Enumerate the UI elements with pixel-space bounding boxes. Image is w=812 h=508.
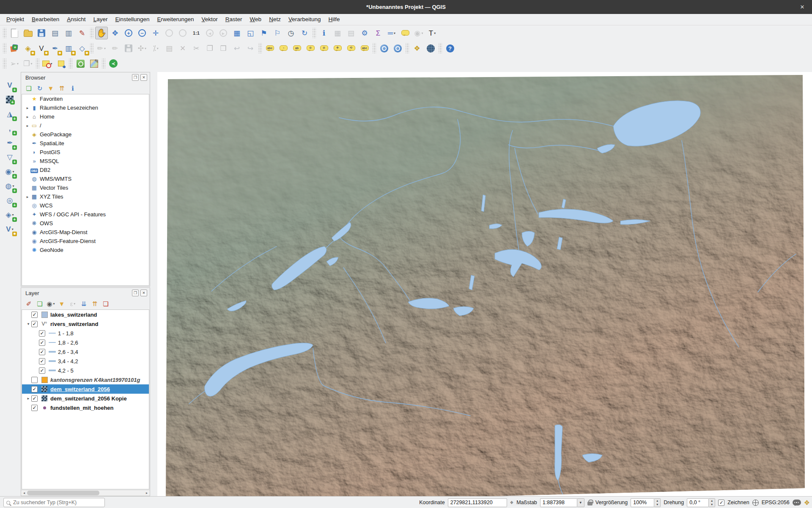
new-shapefile-layer-side-button[interactable]: V▾: [3, 223, 16, 235]
help-contents-button[interactable]: ?: [444, 42, 456, 55]
layer-item-rivers-switzerland[interactable]: ▾✓V°rivers_switzerland: [22, 319, 149, 329]
browser-item-geopackage[interactable]: ◈GeoPackage: [22, 130, 149, 139]
add-group-button[interactable]: ❏: [35, 299, 45, 309]
metasearch-catalog-2-button[interactable]: [391, 42, 404, 55]
layer-visibility-checkbox[interactable]: ✓: [39, 367, 45, 374]
crs-globe-icon[interactable]: [752, 500, 759, 506]
scale-dropdown-button[interactable]: ▼: [577, 498, 584, 507]
layer-visibility-checkbox[interactable]: ✓: [31, 386, 38, 392]
style-manager-button[interactable]: ✎: [76, 27, 88, 39]
pan-to-selection-button[interactable]: ✥: [109, 27, 121, 39]
pin-unpin-labels-button[interactable]: ⊙: [304, 42, 317, 55]
add-mesh-layer-button[interactable]: ◮: [3, 108, 16, 120]
browser-item-ows[interactable]: ❋OWS: [22, 219, 149, 228]
new-map-view-button[interactable]: ▦: [230, 27, 243, 39]
browser-item-wms[interactable]: ◍WMS/WMTS: [22, 174, 149, 183]
new-3d-map-view-button[interactable]: ◱: [244, 27, 257, 39]
remove-layer-button[interactable]: ❏: [101, 299, 111, 309]
rotation-up-button[interactable]: ▲: [709, 499, 715, 503]
rotate-label-button[interactable]: ⟲: [345, 42, 357, 55]
filter-legend-button[interactable]: ▼: [57, 299, 67, 309]
new-shapefile-layer-side-dropdown-icon[interactable]: ▾: [12, 227, 14, 231]
new-print-layout-button[interactable]: ▤: [49, 27, 61, 39]
layer-close-button[interactable]: ✕: [140, 290, 147, 296]
layer-visibility-checkbox[interactable]: ✓: [31, 321, 38, 327]
browser-item-vector-tiles[interactable]: ▦Vector Tiles: [22, 183, 149, 192]
web-globe-button[interactable]: [424, 42, 437, 55]
browser-item-xyz-tiles[interactable]: ▸▦XYZ Tiles: [22, 192, 149, 201]
layer-visibility-checkbox[interactable]: ✓: [31, 395, 38, 402]
highlight-pinned-labels-button[interactable]: ab: [291, 42, 303, 55]
browser-item-db2[interactable]: DB2DB2: [22, 166, 149, 174]
magnifier-spinbox[interactable]: 100% ▲▼: [631, 498, 661, 507]
show-hide-labels-button[interactable]: ⊘: [318, 42, 330, 55]
menu-web[interactable]: Web: [246, 14, 266, 25]
text-annotation-button[interactable]: T▾: [426, 27, 439, 39]
menu-ansicht[interactable]: Ansicht: [63, 14, 89, 25]
pan-map-button[interactable]: ✋: [95, 27, 108, 39]
browser-close-button[interactable]: ✕: [140, 74, 147, 81]
temporal-controller-button[interactable]: ◷: [285, 27, 297, 39]
plugin-button-button[interactable]: ❖: [411, 42, 423, 55]
layer-item-dem-switzerland-2056[interactable]: ✓dem_switzerland_2056: [22, 384, 149, 394]
new-spatialite-layer-button[interactable]: ✒: [49, 42, 61, 55]
browser-item-arcgis-feature[interactable]: ◉ArcGIS-Feature-Dienst: [22, 237, 149, 246]
magnifier-up-button[interactable]: ▲: [654, 499, 660, 503]
refresh-map-button[interactable]: ↻: [298, 27, 311, 39]
new-spatial-bookmark-button[interactable]: ⚑: [258, 27, 270, 39]
zoom-full-extent-button[interactable]: ✛: [149, 27, 162, 39]
menu-hilfe[interactable]: Hilfe: [324, 14, 343, 25]
add-postgis-layer-button[interactable]: ◉▾: [3, 165, 16, 178]
show-statistics-button[interactable]: Σ: [372, 27, 384, 39]
menu-verarbeitung[interactable]: Verarbeitung: [285, 14, 325, 25]
new-virtual-layer-button[interactable]: ◇: [76, 42, 88, 55]
layer-item-1-1-8[interactable]: ✓1 - 1,8: [22, 329, 149, 338]
browser-item-wfs[interactable]: ✦WFS / OGC API - Features: [22, 210, 149, 219]
hscroll-track[interactable]: [27, 490, 144, 496]
layer-labeling-options-button[interactable]: abc: [263, 42, 276, 55]
layer-visibility-checkbox[interactable]: ✓: [39, 349, 45, 355]
map-tips-button[interactable]: [399, 27, 411, 39]
browser-item-mssql[interactable]: »MSSQL: [22, 157, 149, 166]
browser-item-star[interactable]: ★Favoriten: [22, 94, 149, 103]
crs-status[interactable]: EPSG:2056: [762, 500, 790, 505]
rotation-spinbox[interactable]: 0,0 ° ▲▼: [687, 498, 715, 507]
open-project-button[interactable]: [22, 27, 34, 39]
expand-arrow[interactable]: ▸: [25, 195, 30, 199]
layer-item-fundstellen-mit-hoehen[interactable]: ✓fundstellen_mit_hoehen: [22, 403, 149, 412]
expand-arrow[interactable]: ▸: [25, 106, 30, 110]
render-checkbox[interactable]: ✓: [718, 500, 724, 506]
browser-item-spatialite[interactable]: ✒SpatiaLite: [22, 139, 149, 148]
run-feature-action-dropdown-icon[interactable]: ▾: [421, 31, 423, 35]
layer-visibility-checkbox[interactable]: ✓: [39, 340, 45, 346]
text-annotation-dropdown-icon[interactable]: ▾: [434, 31, 436, 35]
magnifier-down-button[interactable]: ▼: [654, 502, 660, 507]
add-postgis-layer-dropdown-icon[interactable]: ▾: [12, 170, 14, 174]
new-annotation-layer-button[interactable]: ▾: [41, 57, 54, 70]
expand-arrow[interactable]: ▸: [25, 124, 30, 128]
browser-item-postgis[interactable]: ◗PostGIS: [22, 148, 149, 157]
layer-float-button[interactable]: ❐: [132, 290, 139, 296]
layer-item-3-4-4-2[interactable]: ✓3,4 - 4,2: [22, 356, 149, 366]
new-shapefile-layer-button[interactable]: V: [35, 42, 48, 55]
menu-projekt[interactable]: Projekt: [3, 14, 28, 25]
plugin-notification-icon[interactable]: ❖: [804, 499, 810, 507]
expand-all-button[interactable]: ⇊: [79, 299, 89, 309]
share-plugin-button[interactable]: ≺: [107, 57, 120, 70]
map-canvas[interactable]: [157, 72, 812, 496]
new-geopackage-layer-button[interactable]: ◈: [22, 42, 34, 55]
browser-item-wcs[interactable]: ◎WCS: [22, 201, 149, 210]
rotation-down-button[interactable]: ▼: [709, 502, 715, 507]
save-project-button[interactable]: [35, 27, 48, 39]
layer-diagram-options-button[interactable]: ◔: [277, 42, 290, 55]
hscroll-right-arrow[interactable]: ▸: [144, 490, 150, 496]
layer-item-kantonsgrenzen-k4kant19970101g[interactable]: kantonsgrenzen K4kant19970101g: [22, 375, 149, 384]
zoom-in-button[interactable]: +: [122, 27, 135, 39]
advanced-digitizing-dropdown-icon[interactable]: ▾: [157, 47, 159, 50]
browser-item-geonode[interactable]: ✺GeoNode: [22, 246, 149, 254]
add-wfs-layer-button[interactable]: ◈▾: [3, 208, 16, 221]
deselect-features-dropdown-icon[interactable]: ▾: [31, 62, 33, 66]
menu-erweiterungen[interactable]: Erweiterungen: [154, 14, 198, 25]
menu-einstellungen[interactable]: Einstellungen: [111, 14, 153, 25]
hscroll-left-arrow[interactable]: ◂: [21, 490, 27, 496]
